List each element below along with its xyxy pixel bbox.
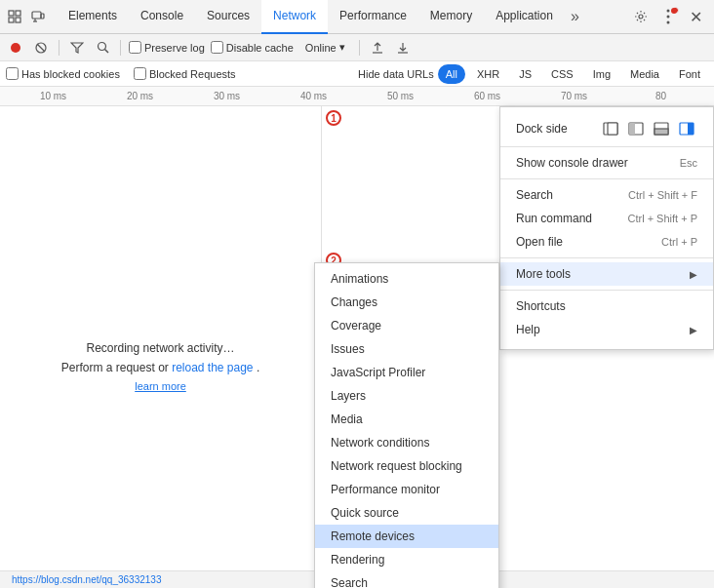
filter-font-btn[interactable]: Font bbox=[671, 64, 708, 84]
tick-60ms: 60 ms bbox=[444, 91, 531, 101]
tab-network[interactable]: Network bbox=[261, 0, 328, 34]
svg-point-11 bbox=[667, 21, 670, 24]
disable-cache-checkbox[interactable] bbox=[211, 41, 223, 54]
inspect-icon-btn[interactable] bbox=[4, 6, 25, 27]
tab-elements[interactable]: Elements bbox=[57, 0, 129, 34]
tab-bar: Elements Console Sources Network Perform… bbox=[0, 0, 714, 34]
status-url-link[interactable]: https://blog.csdn.net/qq_36332133 bbox=[12, 574, 161, 585]
svg-point-12 bbox=[11, 43, 20, 53]
search-shortcut: Ctrl + Shift + F bbox=[628, 189, 697, 201]
tick-50ms: 50 ms bbox=[357, 91, 444, 101]
svg-point-9 bbox=[667, 10, 670, 13]
dock-right-btn[interactable] bbox=[676, 120, 697, 137]
filter-xhr-btn[interactable]: XHR bbox=[469, 64, 507, 84]
close-devtools-btn[interactable]: ✕ bbox=[683, 4, 708, 29]
dock-undock-btn[interactable] bbox=[600, 120, 621, 137]
dock-side-section: Dock side bbox=[500, 111, 713, 147]
filter-js-btn[interactable]: JS bbox=[511, 64, 539, 84]
clear-btn[interactable] bbox=[31, 38, 51, 58]
run-command-item[interactable]: Run command Ctrl + Shift + P bbox=[500, 207, 713, 230]
dock-left-btn[interactable] bbox=[625, 120, 647, 137]
settings-btn[interactable] bbox=[628, 4, 654, 29]
has-blocked-cookies-checkbox[interactable] bbox=[6, 67, 19, 80]
quick-source-item[interactable]: Quick source bbox=[315, 501, 498, 525]
blocked-requests-label[interactable]: Blocked Requests bbox=[134, 67, 236, 80]
shortcuts-section: Shortcuts Help ▶ bbox=[500, 291, 713, 345]
badge-1: 1 bbox=[326, 110, 341, 126]
dock-side-item: Dock side bbox=[500, 115, 713, 142]
svg-rect-3 bbox=[16, 18, 20, 22]
remote-devices-item[interactable]: Remote devices bbox=[315, 525, 498, 548]
svg-rect-4 bbox=[32, 12, 41, 19]
search-btn[interactable] bbox=[93, 38, 112, 58]
svg-point-10 bbox=[667, 16, 670, 19]
filter-css-btn[interactable]: CSS bbox=[543, 64, 581, 84]
tick-30ms: 30 ms bbox=[183, 91, 270, 101]
svg-point-15 bbox=[98, 43, 105, 51]
filter-all-btn[interactable]: All bbox=[438, 64, 465, 84]
preserve-log-checkbox[interactable] bbox=[129, 41, 141, 54]
toolbar-right: ✕ bbox=[628, 4, 708, 29]
blocked-requests-checkbox[interactable] bbox=[134, 67, 146, 80]
dock-icons bbox=[600, 120, 697, 137]
hide-data-urls-label: Hide data URLs bbox=[358, 68, 434, 80]
open-file-item[interactable]: Open file Ctrl + P bbox=[500, 230, 713, 254]
filter-media-btn[interactable]: Media bbox=[622, 64, 667, 84]
show-console-item[interactable]: Show console drawer Esc bbox=[500, 151, 713, 175]
timeline-header: 10 ms 20 ms 30 ms 40 ms 50 ms 60 ms 70 m… bbox=[0, 87, 714, 106]
more-tabs-btn[interactable]: » bbox=[565, 0, 585, 34]
reload-page-link[interactable]: reload the page bbox=[172, 361, 253, 374]
open-file-shortcut: Ctrl + P bbox=[661, 236, 697, 248]
shortcuts-item[interactable]: Shortcuts bbox=[500, 294, 713, 318]
more-tools-section: More tools ▶ bbox=[500, 258, 713, 291]
svg-rect-18 bbox=[608, 123, 617, 135]
tab-application[interactable]: Application bbox=[484, 0, 565, 34]
network-request-blocking-item[interactable]: Network request blocking bbox=[315, 454, 498, 478]
issues-item[interactable]: Issues bbox=[315, 337, 498, 361]
console-section: Show console drawer Esc bbox=[500, 147, 713, 179]
main-menu: Dock side bbox=[499, 106, 714, 350]
download-btn[interactable] bbox=[393, 38, 413, 58]
search-item[interactable]: Search Ctrl + Shift + F bbox=[500, 183, 713, 207]
main-panel: Dock side bbox=[322, 106, 714, 588]
coverage-item[interactable]: Coverage bbox=[315, 314, 498, 337]
more-tools-item[interactable]: More tools ▶ bbox=[500, 262, 713, 286]
disable-cache-label[interactable]: Disable cache bbox=[211, 41, 294, 54]
tab-console[interactable]: Console bbox=[129, 0, 195, 34]
js-profiler-item[interactable]: JavaScript Profiler bbox=[315, 361, 498, 384]
main-content: Recording network activity… Perform a re… bbox=[0, 106, 714, 588]
performance-monitor-item[interactable]: Performance monitor bbox=[315, 478, 498, 501]
kebab-menu-btn[interactable] bbox=[655, 4, 681, 29]
tick-10ms: 10 ms bbox=[10, 91, 97, 101]
filter-img-btn[interactable]: Img bbox=[585, 64, 618, 84]
changes-item[interactable]: Changes bbox=[315, 291, 498, 314]
media-item[interactable]: Media bbox=[315, 408, 498, 431]
layers-item[interactable]: Layers bbox=[315, 384, 498, 408]
divider-1 bbox=[59, 40, 60, 56]
preserve-log-label[interactable]: Preserve log bbox=[129, 41, 205, 54]
tab-sources[interactable]: Sources bbox=[195, 0, 261, 34]
svg-rect-5 bbox=[41, 14, 44, 19]
upload-btn[interactable] bbox=[368, 38, 387, 58]
help-item[interactable]: Help ▶ bbox=[500, 318, 713, 341]
filter-bar: Has blocked cookies Blocked Requests Hid… bbox=[0, 61, 714, 87]
animations-item[interactable]: Animations bbox=[315, 267, 498, 291]
dock-bottom-btn[interactable] bbox=[651, 120, 672, 137]
tick-80: 80 bbox=[617, 91, 704, 101]
online-dropdown[interactable]: Online ▾ bbox=[299, 38, 351, 58]
search-tools-item[interactable]: Search bbox=[315, 571, 498, 588]
more-tools-submenu: Animations Changes Coverage Issues JavaS… bbox=[314, 262, 499, 588]
has-blocked-cookies-label[interactable]: Has blocked cookies bbox=[6, 67, 120, 80]
rendering-item[interactable]: Rendering bbox=[315, 548, 498, 571]
more-tools-arrow: ▶ bbox=[690, 269, 697, 280]
network-conditions-item[interactable]: Network conditions bbox=[315, 431, 498, 454]
console-shortcut: Esc bbox=[680, 157, 697, 169]
device-icon-btn[interactable] bbox=[27, 6, 49, 27]
learn-more-link[interactable]: learn more bbox=[135, 380, 186, 392]
record-btn[interactable] bbox=[6, 38, 25, 58]
recording-area: Recording network activity… Perform a re… bbox=[0, 106, 321, 588]
tab-performance[interactable]: Performance bbox=[328, 0, 418, 34]
tab-memory[interactable]: Memory bbox=[418, 0, 484, 34]
filter-btn[interactable] bbox=[67, 38, 87, 58]
svg-rect-26 bbox=[688, 123, 694, 135]
